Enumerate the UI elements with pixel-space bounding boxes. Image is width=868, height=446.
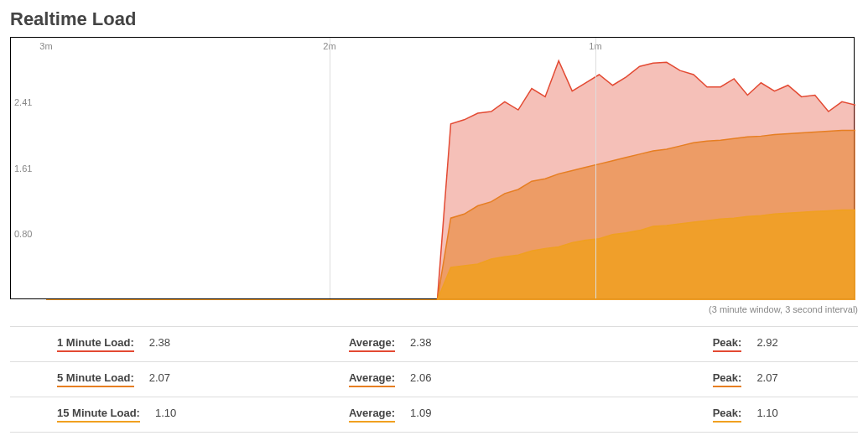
load5-peak-value: 2.07 xyxy=(756,371,777,384)
load15-peak-value: 1.10 xyxy=(756,407,777,419)
x-gridline-2m xyxy=(330,38,330,298)
x-tick-3m: 3m xyxy=(39,41,52,51)
page-title: Realtime Load xyxy=(10,8,858,30)
load1-avg-label: Average: xyxy=(349,336,395,352)
load1-peak-label: Peak: xyxy=(713,336,742,352)
load15-avg-value: 1.09 xyxy=(410,407,431,419)
load5-value: 2.07 xyxy=(149,371,170,384)
y-tick-1: 1.61 xyxy=(14,163,32,174)
plot-area xyxy=(11,38,854,298)
load1-avg-value: 2.38 xyxy=(410,336,431,349)
stats-row-15min: 15 Minute Load: 1.10 Average: 1.09 Peak:… xyxy=(10,397,858,433)
load15-avg-label: Average: xyxy=(349,407,395,423)
load5-avg-label: Average: xyxy=(349,371,395,387)
load15-label: 15 Minute Load: xyxy=(57,407,140,423)
stats-row-5min: 5 Minute Load: 2.07 Average: 2.06 Peak: … xyxy=(10,362,858,397)
x-gridline-1m xyxy=(595,38,596,298)
load1-value: 2.38 xyxy=(149,336,170,349)
load-chart: 3m 2m 1m 0.80 1.61 2.41 xyxy=(10,37,855,299)
stats-table: 1 Minute Load: 2.38 Average: 2.38 Peak: … xyxy=(10,326,858,433)
stats-row-1min: 1 Minute Load: 2.38 Average: 2.38 Peak: … xyxy=(10,327,858,362)
load1-peak-value: 2.92 xyxy=(756,336,777,349)
load15-value: 1.10 xyxy=(155,407,176,419)
load5-peak-label: Peak: xyxy=(713,371,742,387)
y-tick-0: 0.80 xyxy=(14,229,32,239)
load5-avg-value: 2.06 xyxy=(410,371,431,384)
chart-svg xyxy=(11,38,855,300)
load5-label: 5 Minute Load: xyxy=(57,371,134,387)
chart-caption: (3 minute window, 3 second interval) xyxy=(10,304,858,314)
load15-peak-label: Peak: xyxy=(713,407,742,423)
y-tick-2: 2.41 xyxy=(14,97,32,107)
load1-label: 1 Minute Load: xyxy=(57,336,134,352)
